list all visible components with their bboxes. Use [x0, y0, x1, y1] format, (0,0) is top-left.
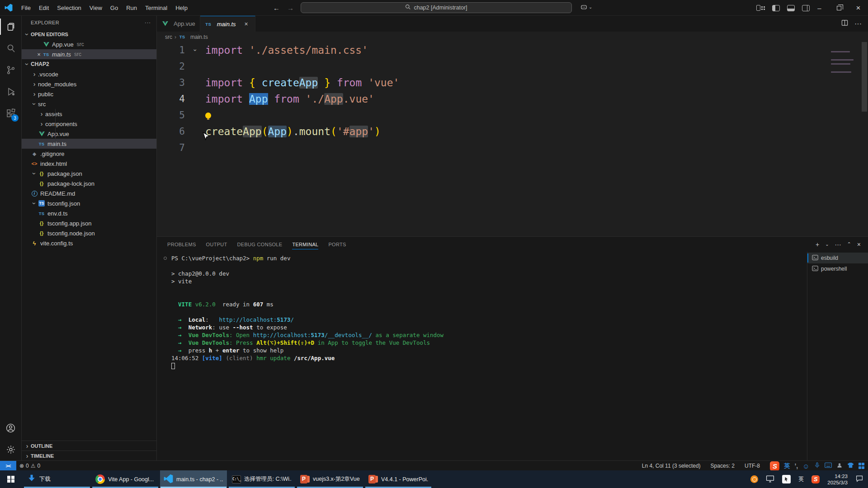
outline-section[interactable]: › OUTLINE: [22, 441, 156, 450]
taskbar-item[interactable]: main.ts - chap2 - ...: [160, 470, 227, 488]
ime-punct-icon[interactable]: ’,: [794, 462, 798, 469]
maximize-panel-icon[interactable]: ⌃: [847, 241, 851, 247]
toggle-secondary-sidebar-icon[interactable]: [802, 5, 810, 11]
new-terminal-icon[interactable]: +: [816, 241, 819, 248]
tree-item-index-html[interactable]: <>index.html: [22, 159, 156, 169]
toolbox-icon[interactable]: [859, 463, 865, 469]
taskbar-item[interactable]: PV4.4.1 - PowerPoi...: [365, 470, 432, 488]
tab-App-vue[interactable]: App.vue: [157, 16, 200, 32]
menu-selection[interactable]: Selection: [53, 0, 85, 15]
tree-item-node-modules[interactable]: ›node_modules: [22, 79, 156, 89]
breadcrumb-file[interactable]: main.ts: [190, 34, 208, 40]
menu-file[interactable]: File: [17, 0, 35, 15]
more-actions-icon[interactable]: ···: [145, 20, 151, 25]
panel-tab-problems[interactable]: PROBLEMS: [163, 237, 200, 252]
settings-button[interactable]: [0, 439, 21, 460]
panel-tab-output[interactable]: OUTPUT: [202, 237, 231, 252]
clock[interactable]: 14:23 2025/3/3: [827, 473, 848, 486]
menu-go[interactable]: Go: [106, 0, 122, 15]
tree-item-package-lock-json[interactable]: {}package-lock.json: [22, 178, 156, 188]
menu-edit[interactable]: Edit: [35, 0, 53, 15]
user-icon[interactable]: [836, 462, 843, 470]
sogou-icon[interactable]: S: [770, 461, 779, 471]
close-panel-icon[interactable]: ×: [857, 241, 861, 248]
close-icon[interactable]: ×: [35, 51, 42, 58]
breadcrumb-folder[interactable]: src: [165, 34, 172, 40]
tree-item-main-ts[interactable]: TSmain.ts: [22, 139, 156, 149]
close-icon[interactable]: ×: [242, 20, 250, 28]
taskbar-item[interactable]: 下载: [24, 470, 90, 488]
activity-run-debug[interactable]: [0, 81, 21, 103]
alarm-icon[interactable]: [750, 475, 758, 483]
terminal-instance-esbuild[interactable]: esbuild: [807, 253, 868, 263]
problems-status[interactable]: ⊗0 ⚠0: [16, 461, 43, 470]
code-line-4[interactable]: 4import App from './App.vue': [157, 91, 868, 107]
fold-chevron-icon[interactable]: ›: [192, 47, 199, 54]
tree-item-src[interactable]: ›src: [22, 99, 156, 109]
code-line-5[interactable]: 5: [157, 107, 868, 123]
lightbulb-icon[interactable]: [205, 113, 211, 118]
command-decoration-icon[interactable]: [164, 257, 167, 260]
start-button[interactable]: [0, 470, 22, 488]
terminal-output[interactable]: PS C:\vueProject\chap2> npm run dev> cha…: [157, 252, 807, 460]
panel-tab-ports[interactable]: PORTS: [324, 237, 350, 252]
timeline-section[interactable]: › TIMELINE: [22, 450, 156, 460]
account-button[interactable]: [0, 417, 21, 439]
terminal-dropdown-icon[interactable]: ⌄: [825, 242, 829, 247]
open-editor-item[interactable]: App.vuesrc: [22, 39, 156, 49]
tree-item-public[interactable]: ›public: [22, 89, 156, 99]
open-editor-item[interactable]: ×TSmain.tssrc: [22, 49, 156, 59]
breadcrumb[interactable]: src › TS main.ts: [157, 32, 868, 42]
encoding[interactable]: UTF-8: [741, 463, 763, 469]
panel-tab-terminal[interactable]: TERMINAL: [288, 237, 322, 252]
emoji-icon[interactable]: ☺: [802, 462, 809, 470]
code-editor[interactable]: 1›import './assets/main.css'23import { c…: [157, 42, 868, 236]
open-editors-section[interactable]: › OPEN EDITORS: [22, 29, 156, 39]
tree-item-vite-config-ts[interactable]: ϟvite.config.ts: [22, 238, 156, 248]
tree-item-app-vue[interactable]: App.vue: [22, 129, 156, 139]
tree-item-tsconfig-json[interactable]: ›TStsconfig.json: [22, 198, 156, 208]
activity-source-control[interactable]: [0, 59, 21, 81]
display-icon[interactable]: [766, 474, 774, 484]
skin-icon[interactable]: [847, 462, 854, 469]
toggle-panel-icon[interactable]: [787, 5, 795, 11]
split-editor-icon[interactable]: [841, 19, 848, 28]
remote-indicator[interactable]: ><: [0, 461, 16, 470]
minimap[interactable]: [831, 51, 857, 80]
ime-lang-icon[interactable]: 英: [784, 462, 790, 470]
menu-view[interactable]: View: [85, 0, 106, 15]
code-line-3[interactable]: 3import { createApp } from 'vue': [157, 75, 868, 91]
activity-explorer[interactable]: [0, 16, 21, 38]
activity-extensions[interactable]: 3: [0, 103, 21, 124]
tree-item-tsconfig-node-json[interactable]: {}tsconfig.node.json: [22, 228, 156, 238]
forward-arrow-icon[interactable]: →: [287, 4, 294, 12]
taskbar-item[interactable]: Vite App - Googl...: [92, 470, 159, 488]
more-actions-icon[interactable]: ···: [835, 241, 841, 248]
mic-icon[interactable]: [814, 462, 820, 470]
code-line-6[interactable]: 6createApp(App).mount('#app'): [157, 123, 868, 140]
tree-item--gitignore[interactable]: ◆.gitignore: [22, 149, 156, 159]
tree-item-readme-md[interactable]: iREADME.md: [22, 188, 156, 198]
minimize-button[interactable]: –: [810, 0, 829, 16]
tree-item--vscode[interactable]: ›.vscode: [22, 69, 156, 79]
fold-column[interactable]: ›: [185, 47, 205, 54]
close-button[interactable]: ×: [849, 0, 868, 16]
sogou-tray-icon[interactable]: S: [811, 475, 820, 483]
more-actions-icon[interactable]: ···: [854, 20, 862, 28]
menu-terminal[interactable]: Terminal: [141, 0, 171, 15]
taskbar-item[interactable]: Pvuejs3.x-第2章Vue...: [297, 470, 363, 488]
editor-scrollbar[interactable]: [862, 42, 867, 112]
menu-help[interactable]: Help: [171, 0, 192, 15]
restore-button[interactable]: [829, 0, 849, 16]
command-center-search[interactable]: chap2 [Administrator]: [301, 2, 572, 13]
cursor-position[interactable]: Ln 4, Col 11 (3 selected): [639, 463, 704, 469]
taskbar-item[interactable]: 选择管理员: C:\Wi...: [228, 470, 295, 488]
indentation[interactable]: Spaces: 2: [708, 463, 738, 469]
back-arrow-icon[interactable]: ←: [273, 4, 280, 12]
menu-run[interactable]: Run: [122, 0, 141, 15]
tree-item-assets[interactable]: ›assets: [22, 109, 156, 119]
copilot-menu[interactable]: ⌄: [580, 3, 592, 11]
tree-item-chap2[interactable]: ›CHAP2: [22, 59, 156, 69]
terminal-instance-powershell[interactable]: powershell: [807, 263, 868, 274]
tree-item-components[interactable]: ›components: [22, 119, 156, 129]
